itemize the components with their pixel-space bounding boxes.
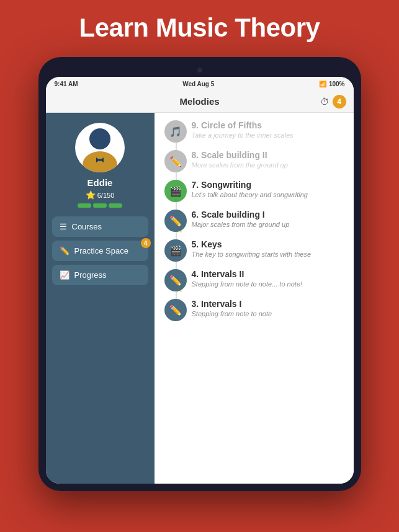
- film-icon: 🎬: [169, 185, 182, 197]
- progress-bar-3: [109, 203, 122, 208]
- course-title-5: 5. Keys: [192, 239, 344, 249]
- practice-label: Practice Space: [74, 246, 128, 255]
- course-icon-6: ✏️: [164, 210, 187, 232]
- app-banner: Learn Music Theory: [0, 0, 399, 53]
- tablet-screen: 9:41 AM Wed Aug 5 📶 100% Melodies ⏱ 4: [46, 77, 354, 484]
- list-item[interactable]: ✏️ 6. Scale building I Major scales from…: [192, 210, 344, 228]
- tablet-device: 9:41 AM Wed Aug 5 📶 100% Melodies ⏱ 4: [38, 57, 361, 491]
- course-subtitle-8: More scales from the ground up: [192, 161, 344, 169]
- course-info-8: 8. Scale building II More scales from th…: [192, 150, 344, 169]
- app-body: Eddie ⭐ 6/150 ☰ Courses ✏️ Prac: [46, 113, 354, 484]
- list-item[interactable]: ✏️ 3. Intervals I Stepping from note to …: [192, 299, 344, 317]
- course-subtitle-4: Stepping from note to note... to note!: [192, 280, 344, 288]
- progress-icon: 📈: [60, 270, 69, 280]
- pencil-icon: ✏️: [169, 304, 182, 316]
- battery-text: 100%: [329, 81, 345, 87]
- star-icon: ⭐: [86, 190, 96, 200]
- list-item[interactable]: ✏️ 4. Intervals II Stepping from note to…: [192, 269, 344, 288]
- progress-bar-1: [78, 203, 91, 208]
- course-info-3: 3. Intervals I Stepping from note to not…: [192, 299, 344, 317]
- course-subtitle-5: The key to songwriting starts with these: [192, 250, 344, 258]
- music-icon: 🎵: [169, 126, 182, 138]
- user-stars: ⭐ 6/150: [86, 190, 115, 200]
- progress-bar-2: [93, 203, 107, 208]
- sidebar: Eddie ⭐ 6/150 ☰ Courses ✏️ Prac: [46, 113, 155, 484]
- status-time: 9:41 AM: [55, 81, 78, 87]
- progress-label: Progress: [74, 270, 107, 280]
- course-info-6: 6. Scale building I Major scales from th…: [192, 210, 344, 228]
- sidebar-item-practice[interactable]: ✏️ Practice Space 4: [52, 241, 148, 261]
- course-title-7: 7. Songwriting: [192, 180, 344, 190]
- courses-icon: ☰: [60, 222, 67, 231]
- courses-label: Courses: [72, 222, 102, 231]
- wifi-icon: 📶: [319, 81, 326, 87]
- course-icon-8: ✏️: [164, 150, 187, 172]
- course-subtitle-3: Stepping from note to note: [192, 310, 344, 317]
- course-subtitle-7: Let's talk about theory and songwriting: [192, 191, 344, 198]
- pencil-icon: ✏️: [169, 275, 182, 286]
- course-icon-9: 🎵: [164, 120, 187, 143]
- course-subtitle-6: Major scales from the ground up: [192, 221, 344, 228]
- svg-point-0: [89, 128, 110, 149]
- course-list[interactable]: 🎵 9. Circle of Fifths Take a journey to …: [155, 113, 354, 484]
- svg-point-4: [99, 159, 101, 161]
- app-title: Melodies: [179, 96, 219, 107]
- user-progress-bars: [78, 203, 122, 208]
- banner-title: Learn Music Theory: [12, 14, 387, 42]
- list-item[interactable]: ✏️ 8. Scale building II More scales from…: [192, 150, 344, 169]
- status-bar: 9:41 AM Wed Aug 5 📶 100%: [46, 77, 354, 91]
- course-info-7: 7. Songwriting Let's talk about theory a…: [192, 180, 344, 198]
- film-icon: 🎬: [169, 245, 182, 257]
- practice-badge: 4: [141, 238, 151, 248]
- list-item[interactable]: 🎬 5. Keys The key to songwriting starts …: [192, 239, 344, 258]
- course-title-6: 6. Scale building I: [192, 210, 344, 219]
- course-title-3: 3. Intervals I: [192, 299, 344, 309]
- user-name: Eddie: [87, 177, 113, 188]
- course-info-9: 9. Circle of Fifths Take a journey to th…: [192, 120, 344, 139]
- course-icon-7: 🎬: [164, 180, 187, 202]
- header-clock-icon[interactable]: ⏱: [320, 97, 329, 107]
- list-item[interactable]: 🎵 9. Circle of Fifths Take a journey to …: [192, 120, 344, 139]
- header-badge: 4: [333, 95, 346, 109]
- status-date: Wed Aug 5: [182, 81, 214, 87]
- course-info-5: 5. Keys The key to songwriting starts wi…: [192, 239, 344, 258]
- practice-icon: ✏️: [60, 246, 69, 255]
- course-info-4: 4. Intervals II Stepping from note to no…: [192, 269, 344, 288]
- course-subtitle-9: Take a journey to the inner scales: [192, 131, 344, 139]
- avatar: [75, 123, 125, 172]
- list-item[interactable]: 🎬 7. Songwriting Let's talk about theory…: [192, 180, 344, 198]
- course-title-9: 9. Circle of Fifths: [192, 120, 344, 130]
- course-timeline: 🎵 9. Circle of Fifths Take a journey to …: [164, 120, 344, 317]
- svg-point-1: [83, 151, 117, 172]
- sidebar-item-progress[interactable]: 📈 Progress: [52, 265, 148, 285]
- course-title-4: 4. Intervals II: [192, 269, 344, 279]
- user-score: 6/150: [97, 192, 115, 199]
- tablet-camera: [197, 68, 202, 73]
- course-icon-5: 🎬: [164, 239, 187, 262]
- sidebar-item-courses[interactable]: ☰ Courses: [52, 216, 148, 237]
- course-title-8: 8. Scale building II: [192, 150, 344, 160]
- pencil-icon: ✏️: [169, 215, 182, 227]
- pencil-icon: ✏️: [169, 156, 182, 167]
- course-icon-3: ✏️: [164, 299, 187, 321]
- course-icon-4: ✏️: [164, 269, 187, 291]
- app-header: Melodies ⏱ 4: [46, 91, 354, 113]
